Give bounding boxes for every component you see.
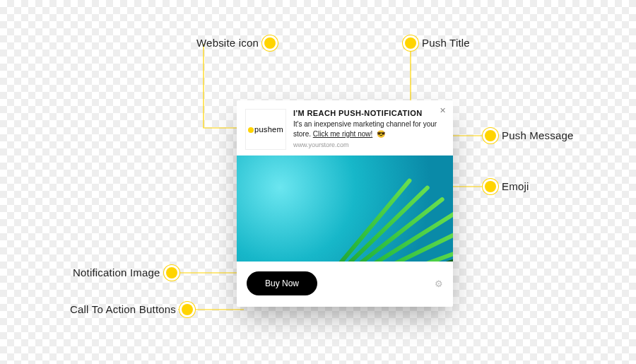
- site-url: www.yourstore.com: [293, 141, 444, 148]
- annotation-cta-buttons: Call To Action Buttons: [70, 303, 193, 315]
- annotation-label: Call To Action Buttons: [70, 303, 176, 315]
- annotation-label: Website icon: [196, 37, 259, 49]
- annotation-dot: [166, 267, 177, 278]
- sunglasses-emoji-icon: 😎: [377, 130, 385, 138]
- push-title: I'M REACH PUSH-NOTIFICATION: [293, 109, 444, 117]
- annotation-push-title: Push Title: [405, 37, 470, 49]
- push-message: It's an inexpensive marketing channel fo…: [293, 119, 444, 139]
- annotation-notification-image: Notification Image: [73, 266, 177, 278]
- push-message-link[interactable]: Click me right now!: [313, 130, 372, 138]
- annotation-dot: [485, 130, 496, 141]
- annotation-emoji: Emoji: [485, 180, 529, 192]
- annotation-dot: [264, 37, 276, 49]
- buy-now-button[interactable]: Buy Now: [247, 271, 317, 295]
- annotation-dot: [405, 37, 416, 49]
- brand-logo: pushem: [248, 125, 283, 134]
- annotation-label: Push Title: [422, 37, 470, 49]
- website-icon: pushem: [245, 109, 286, 150]
- notification-image: [237, 155, 453, 262]
- annotation-label: Notification Image: [73, 266, 160, 278]
- close-icon[interactable]: ✕: [440, 106, 446, 115]
- annotation-label: Emoji: [502, 180, 529, 192]
- push-notification-card: pushem I'M REACH PUSH-NOTIFICATION It's …: [237, 100, 453, 307]
- annotation-push-message: Push Message: [485, 129, 574, 141]
- annotation-dot: [182, 304, 193, 315]
- annotation-website-icon: Website icon: [196, 37, 276, 49]
- annotation-dot: [485, 181, 496, 192]
- notification-header: pushem I'M REACH PUSH-NOTIFICATION It's …: [237, 100, 453, 155]
- annotation-label: Push Message: [502, 129, 574, 141]
- gear-icon[interactable]: ⚙: [435, 278, 443, 289]
- notification-footer: Buy Now ⚙: [237, 262, 453, 307]
